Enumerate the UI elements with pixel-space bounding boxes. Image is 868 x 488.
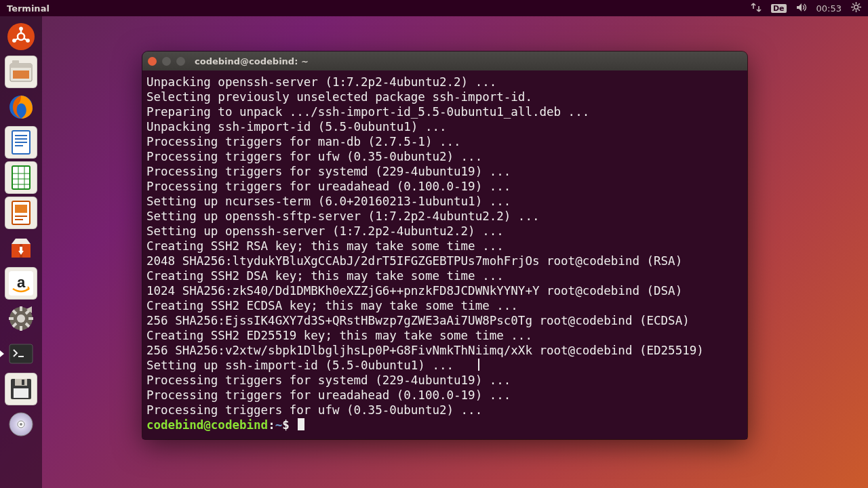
launcher-amazon[interactable]: a bbox=[5, 267, 37, 300]
svg-rect-45 bbox=[9, 317, 14, 320]
svg-point-11 bbox=[19, 26, 23, 30]
svg-rect-35 bbox=[15, 216, 27, 217]
launcher-writer[interactable] bbox=[5, 126, 37, 159]
network-icon[interactable] bbox=[751, 3, 762, 14]
svg-rect-19 bbox=[12, 60, 19, 64]
svg-rect-43 bbox=[20, 306, 22, 311]
launcher-firefox[interactable] bbox=[5, 91, 37, 123]
indicator-area: De 00:53 bbox=[751, 2, 868, 14]
svg-rect-25 bbox=[15, 142, 27, 143]
svg-text:a: a bbox=[17, 274, 26, 291]
window-title: codebind@codebind: ~ bbox=[195, 56, 309, 66]
svg-rect-27 bbox=[12, 166, 30, 189]
svg-rect-52 bbox=[14, 388, 28, 398]
svg-point-42 bbox=[17, 314, 25, 323]
terminal-output[interactable]: Unpacking openssh-server (1:7.2p2-4ubunt… bbox=[142, 70, 747, 439]
maximize-icon[interactable] bbox=[176, 57, 185, 66]
launcher-calc[interactable] bbox=[5, 161, 37, 194]
launcher-disc[interactable] bbox=[5, 408, 37, 441]
svg-rect-51 bbox=[22, 380, 24, 385]
svg-point-0 bbox=[854, 5, 859, 9]
clock[interactable]: 00:53 bbox=[816, 3, 842, 14]
svg-rect-23 bbox=[15, 135, 27, 136]
svg-rect-34 bbox=[15, 205, 27, 213]
svg-rect-26 bbox=[15, 145, 23, 146]
launcher: a bbox=[0, 16, 42, 488]
svg-point-55 bbox=[20, 423, 22, 426]
svg-line-6 bbox=[859, 9, 860, 11]
svg-rect-50 bbox=[15, 379, 27, 386]
launcher-software[interactable] bbox=[5, 232, 37, 264]
svg-rect-36 bbox=[15, 219, 23, 220]
launcher-impress[interactable] bbox=[5, 197, 37, 229]
gear-icon[interactable] bbox=[851, 2, 861, 14]
svg-rect-20 bbox=[13, 70, 29, 79]
svg-line-7 bbox=[859, 3, 860, 5]
close-icon[interactable] bbox=[148, 57, 157, 66]
keyboard-indicator[interactable]: De bbox=[771, 4, 787, 13]
launcher-terminal[interactable] bbox=[5, 338, 37, 370]
launcher-ubuntu-dash[interactable] bbox=[5, 20, 37, 53]
svg-rect-38 bbox=[20, 247, 22, 252]
svg-rect-47 bbox=[9, 344, 33, 363]
launcher-settings[interactable] bbox=[5, 302, 37, 335]
top-panel: Terminal De 00:53 bbox=[0, 0, 868, 16]
active-app-label: Terminal bbox=[0, 3, 50, 14]
svg-rect-24 bbox=[15, 138, 27, 140]
svg-rect-44 bbox=[20, 326, 22, 331]
launcher-files[interactable] bbox=[5, 56, 37, 88]
svg-line-8 bbox=[852, 9, 854, 11]
titlebar[interactable]: codebind@codebind: ~ bbox=[142, 52, 747, 70]
svg-rect-46 bbox=[28, 317, 33, 320]
svg-line-5 bbox=[852, 3, 854, 5]
terminal-window: codebind@codebind: ~ Unpacking openssh-s… bbox=[142, 52, 747, 439]
sound-icon[interactable] bbox=[796, 3, 807, 14]
minimize-icon[interactable] bbox=[162, 57, 171, 66]
launcher-floppy[interactable] bbox=[5, 373, 37, 405]
